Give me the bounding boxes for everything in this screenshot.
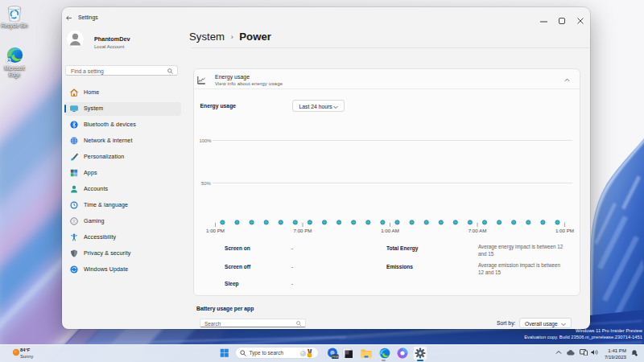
svg-text:1:00 AM: 1:00 AM: [381, 228, 399, 233]
svg-text:50%: 50%: [201, 181, 212, 186]
svg-text:PRE: PRE: [332, 355, 339, 359]
svg-text:7:00 PM: 7:00 PM: [293, 228, 312, 233]
svg-text:1:00 PM: 1:00 PM: [206, 228, 225, 233]
svg-text:7:00 AM: 7:00 AM: [469, 228, 487, 233]
svg-text:1:00 PM: 1:00 PM: [555, 228, 574, 233]
svg-text:100%: 100%: [200, 138, 213, 143]
